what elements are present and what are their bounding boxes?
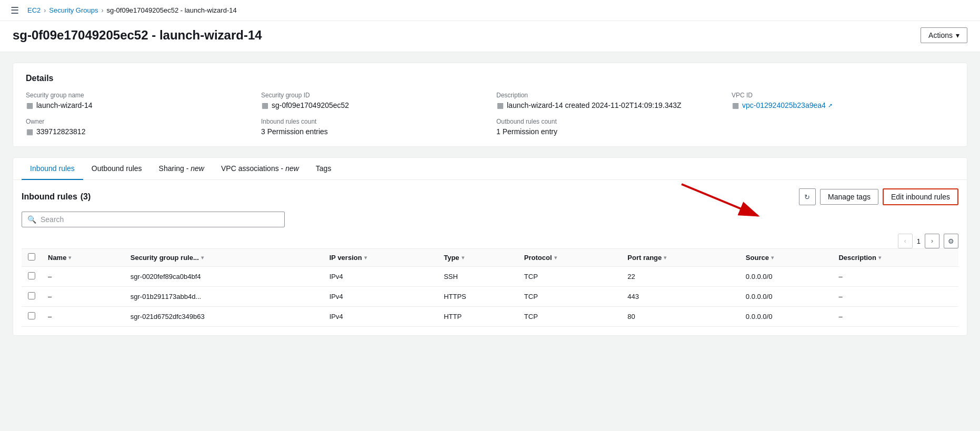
name-sort-icon: ▾ [68, 255, 71, 260]
row-name: – [42, 307, 124, 327]
col-source[interactable]: Source ▾ [739, 249, 833, 267]
select-all-checkbox[interactable] [28, 253, 35, 260]
refresh-icon: ↻ [804, 193, 810, 201]
row-checkbox[interactable] [28, 272, 35, 279]
tab-tags[interactable]: Tags [307, 158, 340, 180]
hamburger-menu-icon[interactable]: ☰ [11, 5, 19, 16]
col-ip-version[interactable]: IP version ▾ [323, 249, 437, 267]
col-description[interactable]: Description ▾ [832, 249, 958, 267]
sg-id-copy-icon[interactable]: ▦ [261, 102, 268, 109]
description-field: Description ▦ launch-wizard-14 created 2… [496, 92, 719, 109]
outbound-count-field: Outbound rules count 1 Permission entry [496, 118, 719, 136]
row-type: HTTP [437, 307, 518, 327]
protocol-sort-icon: ▾ [554, 255, 557, 260]
tab-inbound-rules[interactable]: Inbound rules [22, 158, 83, 180]
col-port-range[interactable]: Port range ▾ [621, 249, 739, 267]
row-ip-version: IPv4 [323, 307, 437, 327]
actions-button[interactable]: Actions ▾ [921, 27, 967, 43]
row-description: – [832, 267, 958, 287]
inbound-rules-title: Inbound rules [22, 192, 77, 202]
inbound-actions-bar: ↻ Manage tags Edit inbound rules [799, 188, 958, 205]
actions-label: Actions [928, 31, 953, 39]
tab-sharing[interactable]: Sharing - new [151, 158, 213, 180]
sg-name-value: launch-wizard-14 [36, 101, 93, 109]
row-port-range: 80 [621, 307, 739, 327]
tab-vpc-associations[interactable]: VPC associations - new [213, 158, 307, 180]
owner-copy-icon[interactable]: ▦ [26, 128, 33, 135]
outbound-count-value: 1 Permission entry [496, 127, 719, 136]
col-type[interactable]: Type ▾ [437, 249, 518, 267]
row-name: – [42, 267, 124, 287]
row-protocol: TCP [518, 267, 621, 287]
refresh-button[interactable]: ↻ [799, 188, 816, 205]
search-bar: 🔍 [22, 212, 285, 227]
row-source: 0.0.0.0/0 [739, 267, 833, 287]
description-copy-icon[interactable]: ▦ [496, 102, 504, 109]
table-row: – sgr-01b291173abb4d... IPv4 HTTPS TCP 4… [22, 287, 958, 307]
source-sort-icon: ▾ [771, 255, 774, 260]
row-ip-version: IPv4 [323, 287, 437, 307]
description-sort-icon: ▾ [878, 255, 881, 260]
row-port-range: 22 [621, 267, 739, 287]
col-protocol[interactable]: Protocol ▾ [518, 249, 621, 267]
tabs-section: Inbound rules Outbound rules Sharing - n… [13, 157, 967, 336]
search-input[interactable] [41, 215, 279, 224]
port-range-sort-icon: ▾ [664, 255, 666, 260]
empty-field [732, 118, 954, 136]
chevron-down-icon: ▾ [956, 31, 959, 39]
vpc-id-label: VPC ID [732, 92, 954, 99]
vpc-id-field: VPC ID ▦ vpc-012924025b23a9ea4 ➚ [732, 92, 954, 109]
breadcrumb-security-groups[interactable]: Security Groups [49, 6, 98, 14]
type-sort-icon: ▾ [462, 255, 464, 260]
row-type: SSH [437, 267, 518, 287]
sg-name-field: Security group name ▦ launch-wizard-14 [26, 92, 248, 109]
breadcrumb-sep-1: › [44, 7, 46, 14]
search-icon: 🔍 [27, 215, 36, 224]
inbound-rules-table: Name ▾ Security group rule... ▾ [22, 248, 958, 327]
breadcrumb-ec2[interactable]: EC2 [27, 6, 41, 14]
row-name: – [42, 287, 124, 307]
page-title: sg-0f09e17049205ec52 - launch-wizard-14 [13, 28, 262, 43]
row-protocol: TCP [518, 287, 621, 307]
row-source: 0.0.0.0/0 [739, 307, 833, 327]
details-card: Details Security group name ▦ launch-wiz… [13, 63, 967, 147]
owner-value: 339712823812 [36, 127, 85, 136]
owner-label: Owner [26, 118, 248, 125]
external-link-icon: ➚ [828, 102, 833, 109]
details-title: Details [26, 74, 954, 83]
row-rule-id: sgr-01b291173abb4d... [124, 287, 323, 307]
description-label: Description [496, 92, 719, 99]
description-value: launch-wizard-14 created 2024-11-02T14:0… [507, 101, 682, 109]
sg-id-field: Security group ID ▦ sg-0f09e17049205ec52 [261, 92, 484, 109]
row-source: 0.0.0.0/0 [739, 287, 833, 307]
next-page-button[interactable]: › [925, 234, 939, 248]
inbound-count-value: 3 Permission entries [261, 127, 484, 136]
prev-page-button[interactable]: ‹ [898, 234, 913, 248]
ip-version-sort-icon: ▾ [364, 255, 367, 260]
row-port-range: 443 [621, 287, 739, 307]
tab-outbound-rules[interactable]: Outbound rules [83, 158, 151, 180]
col-rule-id[interactable]: Security group rule... ▾ [124, 249, 323, 267]
vpc-id-copy-icon[interactable]: ▦ [732, 102, 739, 109]
owner-field: Owner ▦ 339712823812 [26, 118, 248, 136]
breadcrumb-current: sg-0f09e17049205ec52 - launch-wizard-14 [107, 6, 237, 14]
table-row: – sgr-021d6752dfc349b63 IPv4 HTTP TCP 80… [22, 307, 958, 327]
col-name[interactable]: Name ▾ [42, 249, 124, 267]
pagination-bar: ‹ 1 › ⚙ [22, 234, 958, 248]
inbound-panel: Inbound rules (3) ↻ Manage tags Edit inb… [13, 180, 967, 335]
sg-id-value: sg-0f09e17049205ec52 [272, 101, 349, 109]
breadcrumb-sep-2: › [102, 7, 104, 14]
edit-inbound-rules-button[interactable]: Edit inbound rules [883, 188, 958, 205]
row-description: – [832, 307, 958, 327]
vpc-id-link[interactable]: vpc-012924025b23a9ea4 ➚ [742, 101, 833, 109]
sg-name-label: Security group name [26, 92, 248, 99]
table-settings-button[interactable]: ⚙ [944, 234, 958, 248]
manage-tags-button[interactable]: Manage tags [820, 189, 878, 205]
row-checkbox[interactable] [28, 312, 35, 319]
row-description: – [832, 287, 958, 307]
current-page: 1 [917, 237, 921, 245]
sg-name-copy-icon[interactable]: ▦ [26, 102, 33, 109]
row-checkbox[interactable] [28, 292, 35, 299]
inbound-rules-count: (3) [81, 192, 91, 202]
row-type: HTTPS [437, 287, 518, 307]
